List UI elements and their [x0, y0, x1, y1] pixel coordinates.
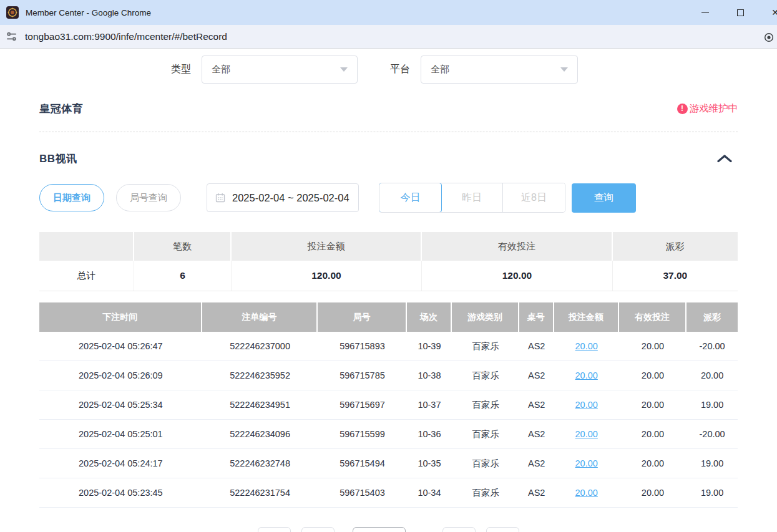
bet-amount-link[interactable]: 20.00: [575, 488, 598, 498]
summary-header-payout: 派彩: [613, 232, 738, 261]
game-type: 百家乐: [452, 449, 519, 478]
date-query-tab[interactable]: 日期查询: [39, 184, 104, 211]
calendar-icon: [215, 193, 225, 203]
summary-valid-bet-value: 120.00: [422, 261, 612, 291]
browser-address-bar: tongbao31.com:9900/infe/mcenter/#/betRec…: [0, 25, 777, 49]
col-header-bet-time: 下注时间: [39, 302, 202, 332]
site-settings-icon[interactable]: [6, 31, 17, 42]
bet-amount-link[interactable]: 20.00: [575, 400, 598, 410]
pagination-prev-button[interactable]: [258, 527, 291, 532]
summary-table: 笔数 投注金额 有效投注 派彩 总计 6 120.00 120.00 37.00: [39, 232, 738, 291]
bet-id: 522246232748: [202, 449, 318, 478]
round-id: 596715785: [318, 361, 406, 390]
game-type: 百家乐: [452, 390, 519, 419]
date-range-value: 2025-02-04 ~ 2025-02-04: [232, 192, 349, 204]
bet-time: 2025-02-04 05:26:09: [39, 361, 202, 390]
valid-bet: 20.00: [619, 361, 687, 390]
round-id: 596715697: [318, 390, 406, 419]
last8days-button[interactable]: 近8日: [503, 183, 565, 212]
target-extension-icon[interactable]: [763, 32, 775, 43]
pagination-page-size-select[interactable]: [353, 527, 406, 532]
round-id: 596715403: [318, 478, 406, 507]
table-row: 2025-02-04 05:25:34 522246234951 5967156…: [39, 390, 738, 420]
table-row: 2025-02-04 05:25:01 522246234096 5967155…: [39, 420, 738, 449]
type-filter-label: 类型: [171, 63, 191, 76]
payout-value: 19.00: [687, 390, 738, 419]
maximize-button[interactable]: [726, 0, 755, 25]
bet-time: 2025-02-04 05:25:01: [39, 420, 202, 448]
bet-time: 2025-02-04 05:24:17: [39, 449, 202, 478]
valid-bet: 20.00: [619, 478, 687, 507]
round-id: 596715599: [318, 420, 406, 448]
summary-header-valid-bet: 有效投注: [422, 232, 612, 261]
platform-select-value: 全部: [431, 64, 449, 75]
payout-value: 19.00: [687, 478, 738, 507]
date-range-picker[interactable]: 2025-02-04 ~ 2025-02-04: [207, 183, 359, 212]
bet-id: 522246237000: [202, 332, 318, 360]
window-titlebar: Member Center - Google Chrome ✕: [0, 0, 777, 25]
valid-bet: 20.00: [619, 332, 687, 360]
close-button[interactable]: ✕: [761, 0, 777, 25]
game-type: 百家乐: [452, 332, 519, 360]
window-title: Member Center - Google Chrome: [26, 8, 151, 17]
maximize-icon: [737, 9, 744, 16]
bet-id: 522246234096: [202, 420, 318, 448]
address-url[interactable]: tongbao31.com:9900/infe/mcenter/#/betRec…: [25, 31, 227, 42]
game-type: 百家乐: [452, 420, 519, 448]
summary-header-row: 笔数 投注金额 有效投注 派彩: [39, 232, 738, 261]
chevron-down-icon: [340, 67, 348, 72]
page-content: 类型 全部 平台 全部 皇冠体育 ! 游戏维护中 BB视讯 日期查询 局号查询: [0, 55, 777, 508]
bet-id: 522246231754: [202, 478, 318, 507]
summary-count-value: 6: [134, 261, 232, 291]
today-button[interactable]: 今日: [379, 183, 442, 213]
type-select-value: 全部: [212, 64, 230, 75]
platform-select[interactable]: 全部: [421, 56, 578, 84]
payout-value: -20.00: [687, 332, 738, 360]
chevron-up-icon[interactable]: [716, 154, 733, 163]
exclamation-icon: !: [677, 104, 688, 114]
valid-bet: 20.00: [619, 449, 687, 478]
game-type: 百家乐: [452, 361, 519, 390]
minimize-button[interactable]: [691, 0, 720, 25]
bb-video-section-header[interactable]: BB视讯: [39, 152, 738, 165]
payout-value: -20.00: [687, 420, 738, 448]
session: 10-37: [407, 390, 452, 419]
round-query-tab[interactable]: 局号查询: [116, 184, 181, 211]
col-header-game-type: 游戏类别: [452, 302, 519, 332]
col-header-payout: 派彩: [687, 302, 738, 332]
bet-time: 2025-02-04 05:26:47: [39, 332, 202, 360]
filter-row: 类型 全部 平台 全部: [39, 55, 738, 84]
bet-amount-link[interactable]: 20.00: [575, 429, 598, 439]
col-header-bet-amount: 投注金额: [554, 302, 619, 332]
quick-date-group: 今日 昨日 近8日: [379, 183, 565, 213]
minimize-icon: [701, 12, 709, 13]
table-no: AS2: [519, 478, 554, 507]
table-no: AS2: [519, 420, 554, 448]
bet-id: 522246235952: [202, 361, 318, 390]
table-row: 2025-02-04 05:26:09 522246235952 5967157…: [39, 361, 738, 390]
search-button[interactable]: 查询: [572, 183, 636, 213]
pagination-page-button[interactable]: [442, 527, 476, 532]
type-select[interactable]: 全部: [202, 56, 358, 84]
bet-amount-link[interactable]: 20.00: [575, 458, 598, 468]
platform-filter-label: 平台: [390, 63, 410, 76]
table-no: AS2: [519, 390, 554, 419]
summary-header-count: 笔数: [134, 232, 232, 261]
bet-time: 2025-02-04 05:23:45: [39, 478, 202, 507]
pagination-next-button[interactable]: [486, 527, 519, 532]
bet-id: 522246234951: [202, 390, 318, 419]
summary-bet-amount-value: 120.00: [232, 261, 422, 291]
crown-sports-title: 皇冠体育: [39, 102, 83, 116]
table-no: AS2: [519, 449, 554, 478]
summary-total-row: 总计 6 120.00 120.00 37.00: [39, 261, 738, 291]
bet-amount-link[interactable]: 20.00: [575, 341, 598, 351]
bet-amount-link[interactable]: 20.00: [575, 370, 598, 380]
summary-payout-value: 37.00: [613, 261, 738, 291]
pagination-page-button[interactable]: [301, 527, 335, 532]
session: 10-34: [407, 478, 452, 507]
yesterday-button[interactable]: 昨日: [441, 183, 503, 212]
bb-video-title: BB视讯: [39, 152, 77, 166]
chevron-down-icon: [560, 67, 568, 72]
crown-sports-section-header[interactable]: 皇冠体育 ! 游戏维护中: [39, 102, 738, 115]
session: 10-36: [407, 420, 452, 448]
